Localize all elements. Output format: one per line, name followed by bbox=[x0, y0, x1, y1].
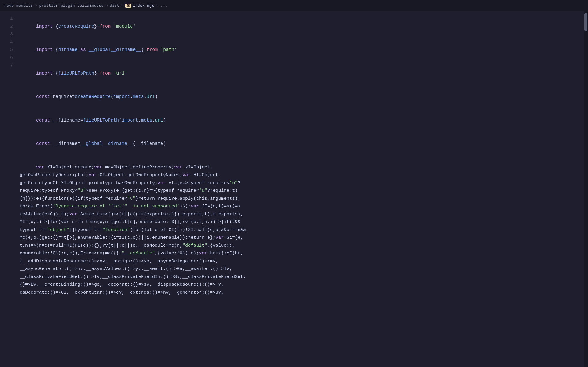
separator-2: > bbox=[105, 3, 108, 8]
editor-area: 1 2 3 4 5 6 7 import {createRequire} fro… bbox=[0, 11, 588, 367]
line-number-6: 6 bbox=[10, 54, 13, 62]
js-file-icon: JS bbox=[125, 4, 131, 8]
line-numbers: 1 2 3 4 5 6 7 bbox=[0, 11, 18, 367]
separator-4: > bbox=[156, 3, 158, 8]
code-line-6: const __dirname=__global__dirname__(__fi… bbox=[18, 132, 584, 156]
scrollbar-thumb[interactable] bbox=[584, 13, 587, 31]
scrollbar[interactable] bbox=[584, 11, 588, 367]
breadcrumb-bar: node_modules > prettier-plugin-tailwindc… bbox=[0, 0, 588, 11]
line-number-4: 4 bbox=[10, 38, 13, 46]
code-line-2: import {dirname as __global__dirname__} … bbox=[18, 38, 584, 62]
breadcrumb-dist[interactable]: dist bbox=[110, 3, 119, 8]
line-number-7: 7 bbox=[10, 62, 13, 70]
breadcrumb-prettier-plugin[interactable]: prettier-plugin-tailwindcss bbox=[39, 3, 104, 8]
breadcrumb-node-modules[interactable]: node_modules bbox=[4, 3, 33, 8]
code-line-5: const __filename=fileURLToPath(import.me… bbox=[18, 109, 584, 132]
code-line-3: import {fileURLToPath} from 'url' bbox=[18, 62, 584, 85]
line-number-3: 3 bbox=[10, 30, 13, 38]
code-line-1: import {createRequire} from 'module' bbox=[18, 15, 584, 38]
line-number-2: 2 bbox=[10, 23, 13, 31]
code-content[interactable]: import {createRequire} from 'module' imp… bbox=[18, 11, 584, 367]
line-number-5: 5 bbox=[10, 46, 13, 54]
code-line-7: var KI=Object.create;var mc=Object.defin… bbox=[18, 156, 576, 304]
breadcrumb-index-mjs[interactable]: index.mjs bbox=[133, 3, 154, 8]
separator-3: > bbox=[121, 3, 124, 8]
breadcrumb-ellipsis: ... bbox=[160, 3, 167, 8]
code-line-4: const require=createRequire(import.meta.… bbox=[18, 85, 584, 109]
line-number-1: 1 bbox=[10, 15, 13, 23]
separator-1: > bbox=[35, 3, 37, 8]
